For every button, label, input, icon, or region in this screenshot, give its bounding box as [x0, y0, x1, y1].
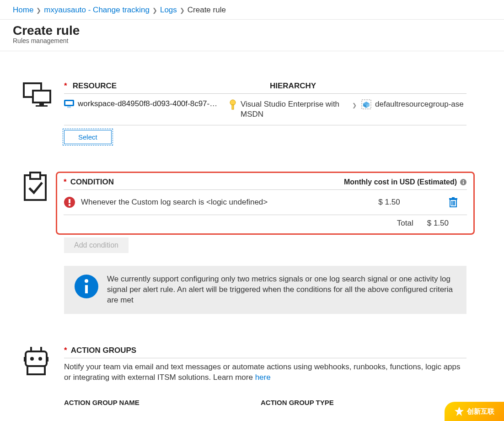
svg-rect-3 [36, 105, 48, 107]
svg-rect-1 [33, 91, 50, 103]
svg-rect-36 [46, 357, 48, 362]
svg-rect-16 [463, 182, 464, 184]
svg-rect-5 [65, 101, 73, 105]
required-asterisk: * [64, 178, 67, 187]
condition-cost-label: Monthly cost in USD (Estimated) [344, 178, 457, 186]
condition-info-box: We currently support configuring only tw… [64, 266, 466, 314]
learn-more-link[interactable]: here [255, 373, 271, 382]
required-asterisk: * [64, 346, 67, 355]
add-condition-button: Add condition [64, 237, 129, 253]
alert-icon [64, 196, 75, 208]
resource-section: * RESOURCE HIERARCHY workspace-d84950f8-… [0, 65, 504, 144]
svg-rect-6 [67, 106, 71, 108]
chevron-right-icon: ❯ [180, 7, 185, 14]
condition-text: Whenever the Custom log search is <logic… [81, 198, 330, 207]
hierarchy-label: HIERARCHY [270, 81, 466, 91]
condition-row[interactable]: Whenever the Custom log search is <logic… [64, 190, 467, 215]
action-groups-icon [23, 346, 49, 376]
hierarchy-subscription: Visual Studio Enterprise with MSDN [241, 99, 348, 119]
breadcrumb-home[interactable]: Home [13, 5, 33, 15]
condition-icon [23, 172, 48, 202]
watermark-badge: 创新互联 [445, 402, 504, 406]
condition-cost: $ 1.50 [330, 198, 449, 207]
breadcrumb: Home ❯ mxyausauto - Change tracking ❯ Lo… [0, 0, 504, 20]
delete-condition-button[interactable] [449, 197, 467, 207]
svg-rect-23 [452, 197, 455, 199]
resource-hierarchy: Visual Studio Enterprise with MSDN ❯ def… [229, 99, 466, 119]
condition-info-text: We currently support configuring only tw… [107, 274, 456, 306]
resource-icon [23, 81, 53, 107]
page-subtitle: Rules management [13, 37, 491, 44]
action-groups-description: Notify your team via email and text mess… [64, 358, 466, 383]
svg-point-34 [38, 357, 42, 361]
condition-total-value: $ 1.50 [427, 219, 449, 228]
info-icon [74, 274, 99, 299]
svg-rect-37 [27, 366, 45, 374]
info-icon[interactable] [460, 178, 467, 186]
breadcrumb-change-tracking[interactable]: mxyausauto - Change tracking [44, 5, 150, 15]
svg-rect-19 [69, 199, 70, 203]
action-group-type-col: ACTION GROUP TYPE [261, 399, 466, 406]
chevron-right-icon: ❯ [36, 7, 41, 14]
action-groups-table-header: ACTION GROUP NAME ACTION GROUP TYPE [64, 383, 466, 406]
resource-group-icon [361, 99, 371, 109]
svg-point-7 [230, 100, 236, 105]
workspace-icon [64, 100, 74, 108]
resource-section-title: RESOURCE [73, 81, 117, 90]
chevron-right-icon: ❯ [352, 102, 357, 108]
svg-rect-20 [69, 204, 70, 206]
page-title: Create rule [13, 23, 491, 38]
condition-highlight-box: * CONDITION Monthly cost in USD (Estimat… [56, 172, 475, 235]
chevron-right-icon: ❯ [152, 7, 157, 14]
svg-rect-14 [30, 173, 40, 179]
condition-section-title: CONDITION [70, 178, 114, 187]
svg-rect-17 [463, 180, 464, 181]
svg-rect-35 [24, 357, 27, 362]
svg-point-33 [30, 357, 34, 361]
breadcrumb-logs[interactable]: Logs [160, 5, 177, 15]
svg-point-29 [85, 279, 88, 283]
action-group-name-col: ACTION GROUP NAME [64, 399, 261, 406]
workspace-name: workspace-d84950f8-d093-400f-8c97-… [78, 99, 217, 108]
condition-total-row: Total $ 1.50 [64, 215, 467, 232]
breadcrumb-current: Create rule [188, 5, 226, 15]
svg-rect-32 [26, 351, 47, 366]
required-asterisk: * [64, 81, 67, 90]
page-header: Create rule Rules management [0, 20, 504, 51]
resource-row: workspace-d84950f8-d093-400f-8c97-… Visu… [64, 94, 466, 125]
condition-total-label: Total [397, 219, 413, 228]
condition-section: * CONDITION Monthly cost in USD (Estimat… [0, 144, 504, 314]
select-button[interactable]: Select [64, 130, 112, 144]
hierarchy-resource-group: defaultresourcegroup-ase [375, 99, 464, 109]
action-groups-title: ACTION GROUPS [71, 346, 137, 355]
key-icon [229, 99, 237, 110]
svg-rect-8 [232, 105, 234, 109]
action-groups-section: * ACTION GROUPS Notify your team via ema… [0, 314, 504, 406]
svg-rect-2 [39, 103, 44, 105]
svg-rect-28 [85, 285, 88, 293]
